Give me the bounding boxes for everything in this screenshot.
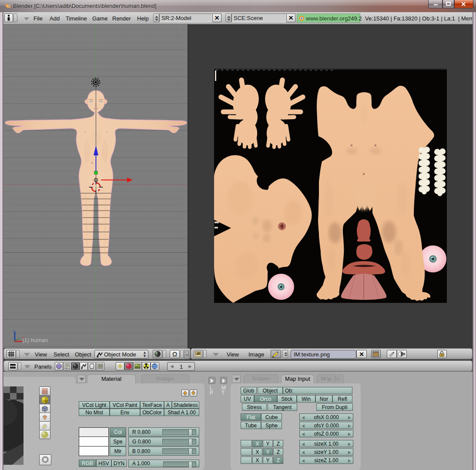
svg-text:(1) human: (1) human [22,337,48,343]
svg-text:z: z [13,329,15,333]
